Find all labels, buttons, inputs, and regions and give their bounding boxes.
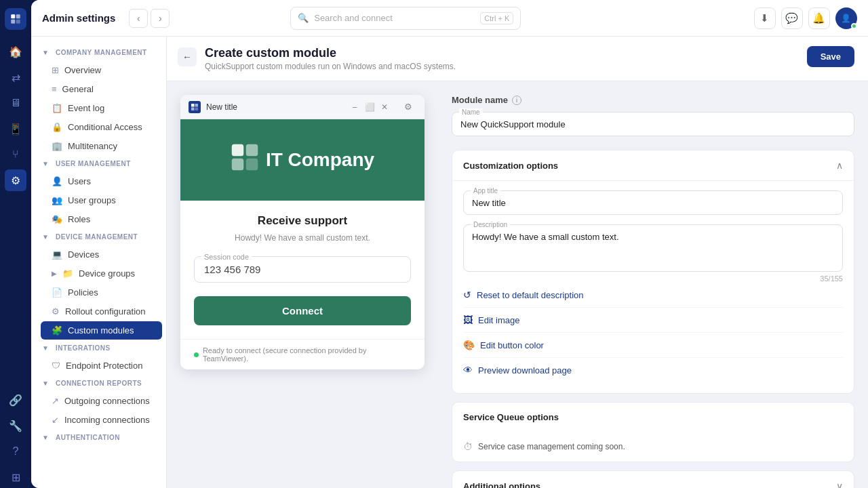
sidebar-item-label: Devices xyxy=(68,249,99,260)
header-text: Create custom module QuickSupport custom… xyxy=(205,46,807,71)
section-auth-label: Authentication xyxy=(56,434,120,441)
module-name-section: Module name i Name xyxy=(452,95,854,136)
sidebar-section-connection-reports[interactable]: ▼ Connection Reports xyxy=(31,375,166,391)
sidebar-item-multitenancy[interactable]: 🏢 Multitenancy xyxy=(41,137,162,155)
sidebar-item-general[interactable]: ≡ General xyxy=(41,80,162,98)
customization-header[interactable]: Customization options ∧ xyxy=(452,150,854,180)
sidebar-item-label: Conditional Access xyxy=(68,122,142,132)
search-bar[interactable]: 🔍 Search and connect Ctrl + K xyxy=(290,7,521,30)
sidebar-item-incoming-connections[interactable]: ↙ Incoming connections xyxy=(41,411,162,429)
connect-button[interactable]: Connect xyxy=(194,296,411,325)
preview-panel: New title – ⬜ ✕ ⚙ xyxy=(167,81,438,488)
service-queue-header[interactable]: Service Queue options xyxy=(452,403,854,432)
rail-help-icon[interactable]: ? xyxy=(5,441,26,462)
main-panel: ← Create custom module QuickSupport cust… xyxy=(167,37,868,488)
minimize-button[interactable]: – xyxy=(350,102,359,112)
nav-forward-button[interactable]: › xyxy=(151,9,170,28)
sidebar-item-label: Rollout configuration xyxy=(65,306,146,317)
sidebar-item-conditional-access[interactable]: 🔒 Conditional Access xyxy=(41,118,162,136)
service-queue-section: Service Queue options ⏱ Service case man… xyxy=(452,402,854,462)
preview-download-item[interactable]: 👁 Preview download page xyxy=(463,358,843,382)
sidebar-item-outgoing-connections[interactable]: ↗ Outgoing connections xyxy=(41,392,162,410)
rail-device-icon[interactable]: 📱 xyxy=(5,118,26,140)
module-preview-window: New title – ⬜ ✕ ⚙ xyxy=(180,95,425,369)
incoming-icon: ↙ xyxy=(52,415,59,425)
close-button[interactable]: ✕ xyxy=(380,102,389,112)
section-user-label: User Management xyxy=(56,160,131,167)
sidebar-item-label: Incoming connections xyxy=(64,415,150,425)
rail-link-icon[interactable]: 🔗 xyxy=(5,389,26,411)
sidebar-item-roles[interactable]: 🎭 Roles xyxy=(41,210,162,228)
user-avatar[interactable]: 👤 xyxy=(835,7,857,29)
conditional-access-icon: 🔒 xyxy=(52,122,62,132)
section-integrations-label: Integrations xyxy=(56,344,111,352)
sidebar-section-company-management[interactable]: ▼ Company Management xyxy=(31,45,166,60)
sidebar-section-device-management[interactable]: ▼ Device Management xyxy=(31,229,166,245)
endpoint-icon: 🛡 xyxy=(52,361,60,371)
rail-settings-icon[interactable]: ⚙ xyxy=(5,169,26,191)
policies-icon: 📄 xyxy=(52,287,62,298)
device-management-items: 💻 Devices ▶ 📁 Device groups 📄 Policies ⚙… xyxy=(31,245,166,340)
sidebar-item-event-log[interactable]: 📋 Event log xyxy=(41,99,162,117)
custom-modules-icon: 🧩 xyxy=(52,325,62,336)
sidebar-item-label: Roles xyxy=(68,214,90,224)
session-code-field[interactable]: Session code 123 456 789 xyxy=(194,256,411,283)
sidebar-item-label: General xyxy=(62,84,94,94)
chat-button[interactable]: 💬 xyxy=(781,7,803,29)
sidebar-item-endpoint-protection[interactable]: 🛡 Endpoint Protection xyxy=(41,357,162,375)
rail-gear-icon[interactable]: 🔧 xyxy=(5,415,26,436)
chevron-down-icon: ▼ xyxy=(42,344,49,352)
sidebar-item-user-groups[interactable]: 👥 User groups xyxy=(41,191,162,209)
bell-button[interactable]: 🔔 xyxy=(808,7,830,29)
clock-icon: ⏱ xyxy=(463,441,473,452)
app-logo[interactable] xyxy=(5,8,26,30)
search-icon: 🔍 xyxy=(298,13,309,23)
sidebar-item-devices[interactable]: 💻 Devices xyxy=(41,245,162,264)
app-area: Admin settings ‹ › 🔍 Search and connect … xyxy=(31,0,868,488)
window-app-icon xyxy=(189,101,201,113)
rail-monitor-icon[interactable]: 🖥 xyxy=(5,92,26,114)
edit-image-item[interactable]: 🖼 Edit image xyxy=(463,308,843,333)
window-title: New title xyxy=(206,102,344,112)
svg-rect-9 xyxy=(246,144,258,156)
app-title-input[interactable] xyxy=(472,197,834,208)
save-button[interactable]: Save xyxy=(807,46,854,67)
module-banner: IT Company xyxy=(180,119,425,201)
rail-grid-icon[interactable]: ⊞ xyxy=(5,466,26,488)
sidebar-section-user-management[interactable]: ▼ User Management xyxy=(31,156,166,171)
reset-icon: ↺ xyxy=(463,289,471,300)
nav-back-button[interactable]: ‹ xyxy=(129,9,148,28)
rail-home-icon[interactable]: 🏠 xyxy=(5,41,26,62)
session-code-label: Session code xyxy=(201,253,252,261)
sidebar-section-integrations[interactable]: ▼ Integrations xyxy=(31,340,166,356)
sidebar-item-overview[interactable]: ⊞ Overview xyxy=(41,61,162,79)
additional-options-header[interactable]: Additional options ∨ xyxy=(452,471,854,488)
window-gear-button[interactable]: ⚙ xyxy=(400,99,416,115)
sidebar-item-label: User groups xyxy=(68,195,116,205)
edit-button-color-item[interactable]: 🎨 Edit button color xyxy=(463,333,843,358)
service-queue-title: Service Queue options xyxy=(463,412,559,422)
back-button[interactable]: ← xyxy=(178,47,197,66)
event-log-icon: 📋 xyxy=(52,103,62,113)
description-value[interactable]: Howdy! We have a small custom text. xyxy=(472,230,834,244)
svg-rect-2 xyxy=(11,20,15,24)
session-code-wrapper: Session code 123 456 789 xyxy=(194,256,411,283)
sidebar-item-users[interactable]: 👤 Users xyxy=(41,172,162,190)
sidebar-item-rollout-configuration[interactable]: ⚙ Rollout configuration xyxy=(41,302,162,321)
topbar-nav: ‹ › xyxy=(129,9,170,28)
rail-transfer-icon[interactable]: ⇄ xyxy=(5,66,26,88)
topbar-actions: ⬇ 💬 🔔 👤 xyxy=(754,7,857,29)
sidebar-section-authentication[interactable]: ▼ Authentication xyxy=(31,430,166,445)
sidebar-item-label: Device groups xyxy=(79,268,135,279)
general-icon: ≡ xyxy=(52,84,57,94)
customization-links: ↺ Reset to default description 🖼 Edit im… xyxy=(463,283,843,382)
sidebar-item-policies[interactable]: 📄 Policies xyxy=(41,283,162,302)
download-button[interactable]: ⬇ xyxy=(754,7,776,29)
sidebar-item-custom-modules[interactable]: 🧩 Custom modules xyxy=(41,321,162,340)
sidebar-item-device-groups[interactable]: ▶ 📁 Device groups xyxy=(41,264,162,283)
section-device-label: Device Management xyxy=(56,233,138,241)
name-input[interactable] xyxy=(460,118,846,129)
reset-description-item[interactable]: ↺ Reset to default description xyxy=(463,283,843,308)
rail-git-icon[interactable]: ⑂ xyxy=(5,144,26,165)
maximize-button[interactable]: ⬜ xyxy=(365,102,374,112)
